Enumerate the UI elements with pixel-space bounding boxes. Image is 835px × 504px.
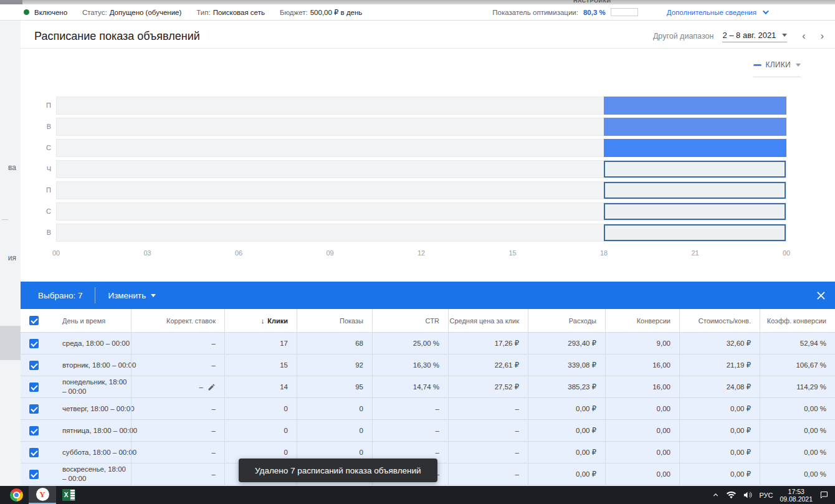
cell-conv-rate: 52,94 % [760, 333, 835, 354]
chart-selected-segment[interactable] [604, 118, 787, 136]
column-header-impressions[interactable]: Показы [297, 309, 372, 332]
cell-conv-rate: 0,00 % [760, 464, 835, 485]
enabled-status: Включено [24, 9, 67, 16]
row-checkbox[interactable] [29, 404, 39, 414]
column-header-cost[interactable]: Расходы [528, 309, 605, 332]
cell-conversions: 16,00 [605, 376, 679, 397]
optimization-value: 80,3 % [583, 9, 606, 16]
chart-day-track[interactable] [56, 139, 786, 157]
cell-cost-per-conv: 32,60 ₽ [679, 333, 760, 354]
column-header-conv-rate[interactable]: Коэфф. конверсии [760, 309, 835, 332]
row-checkbox[interactable] [29, 383, 39, 392]
chart-row: С [56, 139, 786, 157]
chart-row: В [56, 224, 786, 242]
chart-selected-segment[interactable] [604, 224, 786, 241]
tray-expand-button[interactable] [712, 491, 720, 499]
cell-day: понедельник, 18:00 – 00:00 [47, 376, 131, 397]
cell-cost-per-conv: 24,08 ₽ [679, 376, 760, 397]
chart-selected-segment[interactable] [604, 139, 787, 157]
cell-bid-adjustment: – [131, 398, 224, 419]
wifi-tray-button[interactable] [727, 490, 736, 500]
legend-label: КЛИКИ [765, 60, 791, 69]
column-header-conversions[interactable]: Конверсии [605, 309, 679, 332]
cell-conv-rate: 0,00 % [760, 398, 835, 419]
chevron-down-icon [763, 8, 769, 14]
caret-down-icon [151, 294, 156, 297]
date-prev-button[interactable]: ‹ [802, 31, 805, 41]
action-center-button[interactable] [819, 490, 829, 500]
excel-taskbar-button[interactable] [56, 486, 81, 504]
details-dropdown[interactable]: Дополнительные сведения [667, 9, 767, 16]
cell-clicks: 14 [224, 376, 297, 397]
cell-conversions: 0,00 [605, 420, 679, 441]
table-row[interactable]: пятница, 18:00 – 00:00 – 0 0 – – 0,00 ₽ … [21, 420, 835, 442]
language-indicator[interactable]: РУС [759, 492, 773, 499]
row-checkbox[interactable] [29, 361, 39, 370]
system-tray: РУС 17:53 09.08.2021 [712, 488, 835, 503]
column-header-day[interactable]: День и время [47, 309, 131, 332]
row-checkbox[interactable] [29, 339, 39, 348]
select-all-checkbox[interactable] [29, 316, 39, 325]
chart-selected-segment[interactable] [604, 97, 787, 115]
cell-cost: 0,00 ₽ [528, 442, 605, 463]
status-group: Статус: Допущено (обучение) [82, 9, 181, 16]
date-range-label: Другой диапазон [653, 32, 713, 40]
chart-day-label: В [40, 224, 51, 242]
chart-day-track[interactable] [56, 160, 786, 178]
chart-day-track[interactable] [56, 118, 786, 136]
clock[interactable]: 17:53 09.08.2021 [780, 488, 813, 503]
chart-day-track[interactable] [56, 181, 786, 199]
row-checkbox[interactable] [29, 470, 39, 479]
selected-count: Выбрано: 7 [38, 291, 82, 300]
sidebar-selected-item[interactable] [0, 326, 21, 360]
row-checkbox[interactable] [29, 448, 39, 457]
axis-tick-label: 12 [418, 249, 425, 257]
column-header-bid-adjustment[interactable]: Коррект. ставок [131, 309, 224, 332]
chrome-taskbar-button[interactable] [4, 486, 29, 504]
table-row[interactable]: четверг, 18:00 – 00:00 – 0 0 – – 0,00 ₽ … [21, 398, 835, 420]
yandex-browser-taskbar-button[interactable] [29, 486, 56, 504]
volume-tray-button[interactable] [743, 490, 752, 500]
cell-avg-cpc: 27,52 ₽ [448, 376, 528, 397]
row-checkbox[interactable] [29, 426, 39, 435]
column-header-clicks[interactable]: ↓Клики [224, 309, 297, 332]
table-row[interactable]: вторник, 18:00 – 00:00 – 15 92 16,30 % 2… [21, 354, 835, 376]
cell-ctr: 16,30 % [372, 354, 448, 376]
close-selection-button[interactable] [815, 290, 826, 301]
column-header-cost-per-conv[interactable]: Стоимость/конв. [679, 309, 760, 332]
settings-tab[interactable]: НАСТРОЙКИ [573, 0, 611, 4]
table-row[interactable]: понедельник, 18:00 – 00:00 – 14 95 14,74… [21, 376, 835, 398]
date-next-button[interactable]: › [821, 31, 824, 41]
edit-pencil-icon[interactable] [208, 383, 216, 391]
chart-row: П [56, 97, 786, 115]
chart-metric-dropdown[interactable]: КЛИКИ [753, 60, 801, 77]
close-icon [816, 291, 826, 300]
column-header-avg-cpc[interactable]: Средняя цена за клик [448, 309, 528, 332]
chart-selected-segment[interactable] [604, 203, 786, 220]
cell-avg-cpc: – [448, 420, 528, 441]
edit-dropdown-button[interactable]: Изменить [108, 291, 156, 300]
chart-row: С [56, 202, 786, 221]
table-row[interactable]: среда, 18:00 – 00:00 – 17 68 25,00 % 17,… [21, 333, 835, 354]
cell-ctr: 14,74 % [372, 376, 448, 397]
column-header-ctr[interactable]: CTR [372, 309, 448, 332]
cell-cost-per-conv: 0,00 ₽ [679, 398, 760, 419]
cell-cost-per-conv: 0,00 ₽ [679, 464, 760, 485]
optimization-label: Показатель оптимизации: [492, 9, 578, 16]
chart-day-track[interactable] [56, 97, 786, 115]
enabled-label: Включено [34, 9, 67, 16]
chart-day-track[interactable] [56, 224, 786, 242]
chart-day-label: С [40, 139, 51, 157]
chart-selected-segment[interactable] [604, 161, 786, 178]
budget-value: 500,00 ₽ в день [310, 8, 363, 17]
cell-day: суббота, 18:00 – 00:00 [47, 442, 131, 463]
type-label: Тип: [196, 9, 210, 16]
cell-conversions: 0,00 [605, 464, 679, 485]
chart-selected-segment[interactable] [604, 182, 786, 199]
date-range-picker[interactable]: 2 – 8 авг. 2021 [722, 31, 787, 42]
sidebar-item-clipped-bottom[interactable]: ия [0, 254, 16, 262]
chart-day-track[interactable] [56, 202, 786, 221]
sort-descending-icon: ↓ [261, 317, 265, 325]
excel-icon [62, 489, 75, 501]
sidebar-item-clipped-top[interactable]: ва [0, 163, 16, 172]
